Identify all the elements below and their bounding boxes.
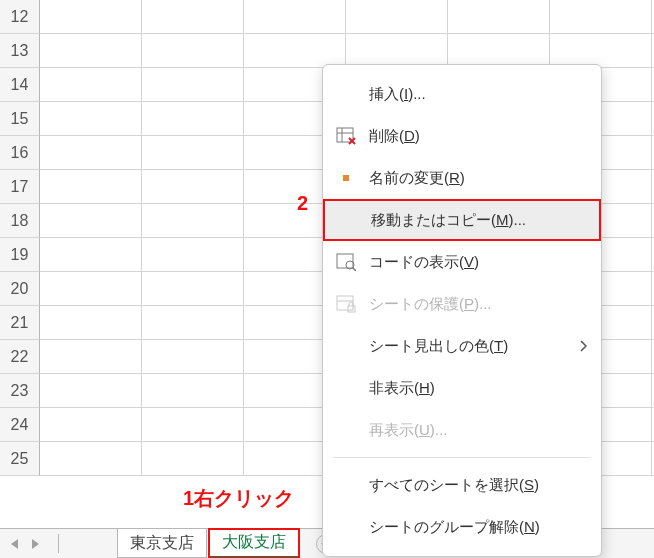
row-header[interactable]: 16 (0, 136, 40, 170)
view-code-icon (335, 251, 357, 273)
row-header[interactable]: 15 (0, 102, 40, 136)
divider (58, 534, 59, 553)
row-header[interactable]: 21 (0, 306, 40, 340)
blank-icon (335, 83, 357, 105)
row-header[interactable]: 25 (0, 442, 40, 476)
svg-rect-9 (337, 296, 353, 310)
sheet-context-menu: 挿入(I)... 削除(D) 名前の変更(R) 移動またはコピー(M)... コ… (322, 64, 602, 557)
menu-move-or-copy[interactable]: 移動またはコピー(M)... (323, 199, 601, 241)
svg-line-8 (353, 268, 356, 271)
menu-unhide[interactable]: 再表示(U)... (323, 409, 601, 451)
row-header[interactable]: 18 (0, 204, 40, 238)
sheet-tab-tokyo[interactable]: 東京支店 (117, 529, 207, 558)
menu-tab-color[interactable]: シート見出しの色(T) (323, 325, 601, 367)
menu-separator (333, 457, 591, 458)
sheet-tab-osaka[interactable]: 大阪支店 (209, 529, 299, 558)
protect-sheet-icon (335, 293, 357, 315)
row-header[interactable]: 23 (0, 374, 40, 408)
svg-rect-11 (348, 306, 355, 312)
blank-icon (335, 419, 357, 441)
blank-icon (335, 377, 357, 399)
row-header[interactable]: 19 (0, 238, 40, 272)
row-header[interactable]: 14 (0, 68, 40, 102)
row-header[interactable]: 17 (0, 170, 40, 204)
scroll-left-icon[interactable] (11, 539, 18, 549)
menu-select-all-sheets[interactable]: すべてのシートを選択(S) (323, 464, 601, 506)
menu-insert[interactable]: 挿入(I)... (323, 73, 601, 115)
row-header[interactable]: 12 (0, 0, 40, 34)
row-header-strip: 12 13 14 15 16 17 18 19 20 21 22 23 24 2… (0, 0, 40, 476)
blank-icon (335, 335, 357, 357)
row-header[interactable]: 22 (0, 340, 40, 374)
sheet-scroll-controls (0, 529, 50, 558)
blank-icon (335, 474, 357, 496)
menu-protect-sheet[interactable]: シートの保護(P)... (323, 283, 601, 325)
menu-view-code[interactable]: コードの表示(V) (323, 241, 601, 283)
rename-icon (335, 167, 357, 189)
delete-sheet-icon (335, 125, 357, 147)
menu-delete[interactable]: 削除(D) (323, 115, 601, 157)
row-header[interactable]: 24 (0, 408, 40, 442)
row-header[interactable]: 20 (0, 272, 40, 306)
row-header[interactable]: 13 (0, 34, 40, 68)
blank-icon (335, 516, 357, 538)
menu-ungroup-sheets[interactable]: シートのグループ解除(N) (323, 506, 601, 548)
svg-rect-5 (343, 175, 349, 181)
menu-hide[interactable]: 非表示(H) (323, 367, 601, 409)
scroll-right-icon[interactable] (32, 539, 39, 549)
blank-icon (337, 209, 359, 231)
chevron-right-icon (579, 338, 587, 355)
menu-rename[interactable]: 名前の変更(R) (323, 157, 601, 199)
